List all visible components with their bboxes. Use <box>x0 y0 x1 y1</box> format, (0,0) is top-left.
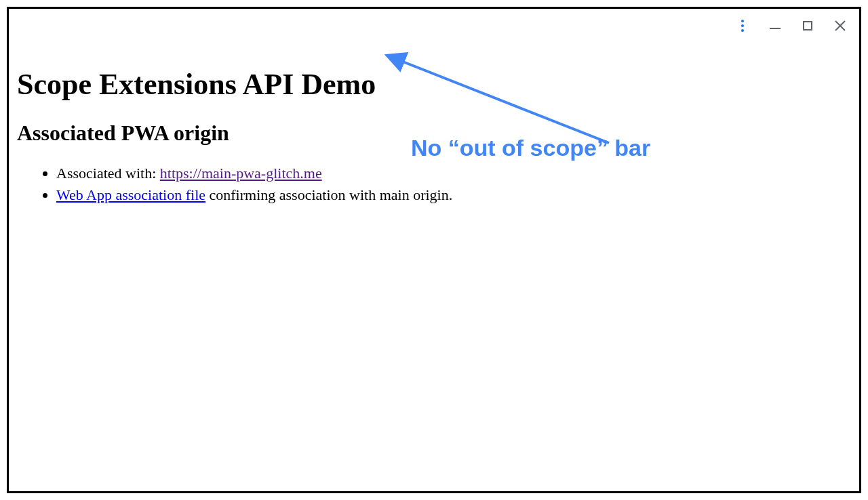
page-title: Scope Extensions API Demo <box>17 67 851 102</box>
title-bar <box>9 9 859 43</box>
list-item: Associated with: https://main-pwa-glitch… <box>56 163 851 184</box>
maximize-button[interactable] <box>801 19 814 33</box>
vertical-dots-icon <box>741 20 744 32</box>
kebab-menu-icon[interactable] <box>736 19 749 33</box>
label-text: confirming association with main origin. <box>205 186 452 203</box>
minimize-icon <box>770 28 781 29</box>
association-list: Associated with: https://main-pwa-glitch… <box>17 163 851 205</box>
label-text: Associated with: <box>56 165 160 182</box>
minimize-button[interactable] <box>768 19 782 33</box>
associated-origin-link[interactable]: https://main-pwa-glitch.me <box>160 165 322 182</box>
list-item: Web App association file confirming asso… <box>56 185 851 205</box>
annotation-label: No “out of scope” bar <box>411 135 650 161</box>
maximize-icon <box>803 21 812 30</box>
app-window: Scope Extensions API Demo Associated PWA… <box>7 7 861 493</box>
close-icon <box>835 20 846 31</box>
close-button[interactable] <box>833 19 847 33</box>
association-file-link[interactable]: Web App association file <box>56 186 205 203</box>
